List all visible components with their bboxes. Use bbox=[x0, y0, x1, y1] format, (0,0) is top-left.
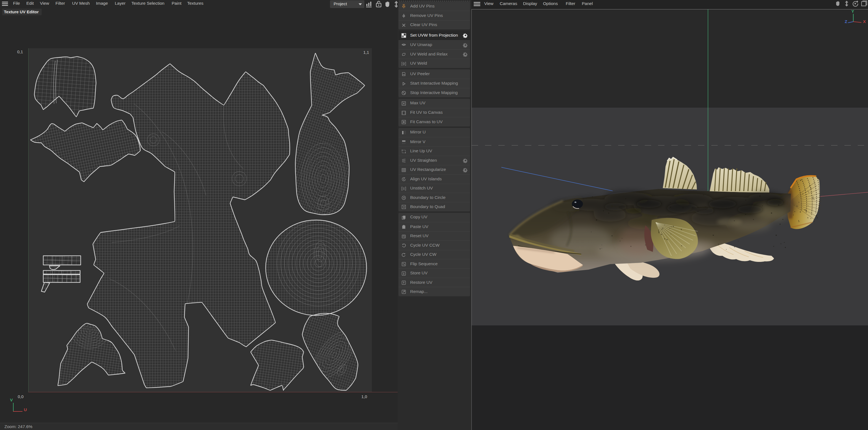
svg-text:Z: Z bbox=[845, 19, 847, 24]
svg-text:X: X bbox=[863, 19, 866, 24]
svg-text:Y: Y bbox=[851, 9, 854, 13]
